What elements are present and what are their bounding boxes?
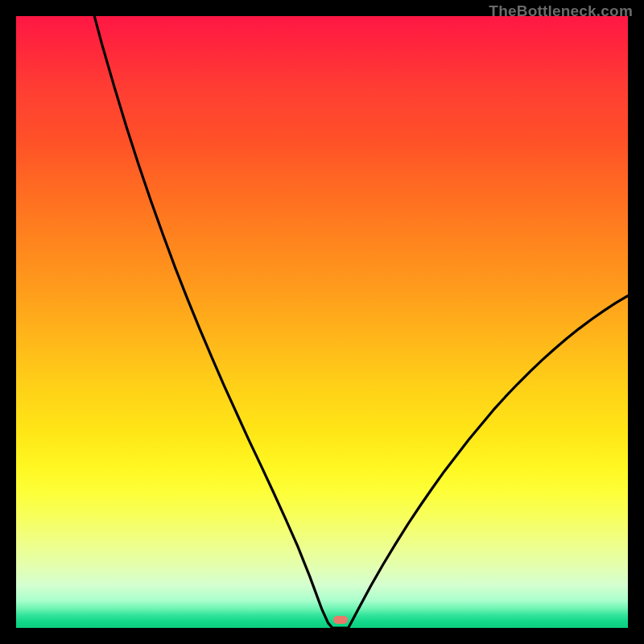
plot-area xyxy=(16,16,628,628)
optimum-marker xyxy=(333,616,348,624)
chart-stage: TheBottleneck.com xyxy=(0,0,644,644)
gradient-background xyxy=(16,16,628,628)
